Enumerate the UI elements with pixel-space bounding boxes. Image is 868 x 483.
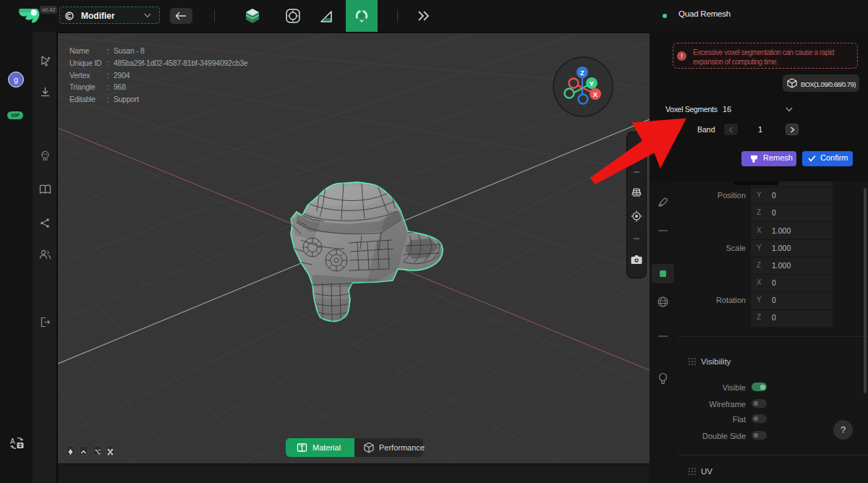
svg-text:Z: Z xyxy=(580,69,584,77)
svg-text:X: X xyxy=(593,90,598,98)
svg-text:Y: Y xyxy=(590,80,595,87)
svg-text:A: A xyxy=(10,437,15,445)
